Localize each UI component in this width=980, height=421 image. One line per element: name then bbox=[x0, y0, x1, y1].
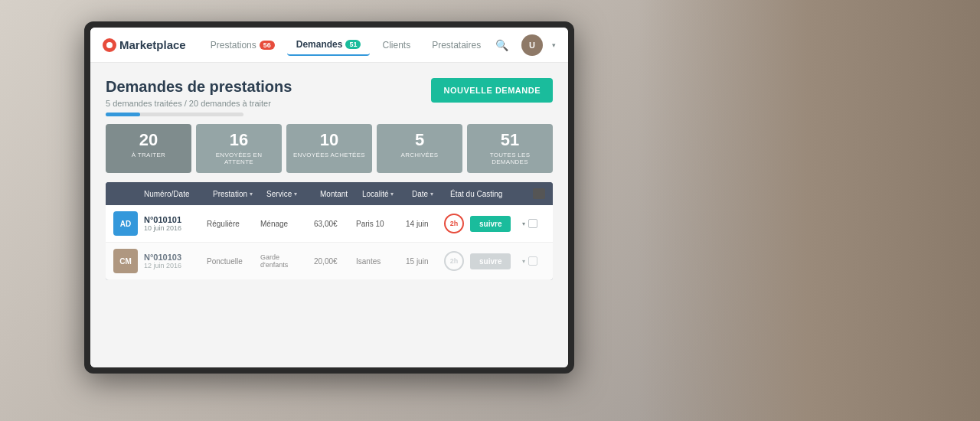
nav-label-prestataires: Prestataires bbox=[432, 40, 481, 51]
row-numero-0: N°010101 bbox=[144, 215, 207, 224]
table-wrap: Numéro/Date Prestation ▾ Service ▾ Monta… bbox=[106, 182, 553, 280]
stat-card-toutes[interactable]: 51 TOUTES LES DEMANDES bbox=[467, 124, 553, 173]
stats-row: 20 À TRAITER 16 ENVOYÉES EN ATTENTE 10 E… bbox=[106, 124, 553, 173]
timer-badge-0: 2h bbox=[444, 214, 464, 233]
suivre-button-1[interactable]: suivre bbox=[470, 253, 511, 269]
row-date-1: 12 juin 2016 bbox=[144, 262, 207, 269]
logo: Marketplace bbox=[103, 38, 186, 52]
row-localite-0: Paris 10 bbox=[356, 220, 406, 228]
th-numero: Numéro/Date bbox=[144, 190, 213, 198]
page-subtitle: 5 demandes traitées / 20 demandes à trai… bbox=[106, 99, 292, 108]
table-row: AD N°010101 10 juin 2016 Régulière Ménag… bbox=[106, 205, 553, 243]
row-dateval-1: 15 juin bbox=[406, 257, 444, 266]
stat-label-achetees: ENVOYÉES ACHETÉES bbox=[292, 152, 366, 158]
logo-text: Marketplace bbox=[119, 38, 186, 51]
page-header-left: Demandes de prestations 5 demandes trait… bbox=[106, 78, 292, 116]
row-etat-0: 2h suivre bbox=[444, 214, 522, 233]
nav-right: 🔍 U ▾ bbox=[491, 34, 556, 56]
suivre-button-0[interactable]: suivre bbox=[470, 216, 511, 232]
table-body: AD N°010101 10 juin 2016 Régulière Ménag… bbox=[106, 205, 553, 280]
timer-badge-1: 2h bbox=[444, 251, 464, 271]
columns-toggle[interactable] bbox=[533, 188, 545, 199]
row-checkbox-0[interactable] bbox=[528, 219, 537, 228]
sort-icon-prestation: ▾ bbox=[250, 191, 253, 197]
stat-number-archivees: 5 bbox=[383, 132, 456, 148]
sort-icon-date: ▾ bbox=[430, 191, 433, 197]
row-actions-1: ▾ bbox=[522, 256, 545, 266]
row-prestation-0: Régulière bbox=[207, 220, 260, 228]
th-montant: Montant bbox=[320, 190, 362, 198]
nav-label-clients: Clients bbox=[382, 40, 410, 51]
stat-label-traiter: À TRAITER bbox=[112, 152, 185, 158]
row-dropdown-1[interactable]: ▾ bbox=[522, 258, 525, 265]
search-icon[interactable]: 🔍 bbox=[491, 34, 512, 56]
progress-bar-fill bbox=[106, 113, 140, 116]
stat-number-traiter: 20 bbox=[112, 132, 185, 148]
row-service-1: Garde d'enfants bbox=[260, 253, 314, 269]
th-service[interactable]: Service ▾ bbox=[266, 190, 320, 198]
stat-number-attente: 16 bbox=[202, 132, 276, 148]
row-numero-1: N°010103 bbox=[144, 253, 207, 262]
scene: Marketplace Prestations 56 Demandes 51 C… bbox=[0, 0, 980, 421]
th-prestation[interactable]: Prestation ▾ bbox=[213, 190, 266, 198]
row-avatar-1: CM bbox=[113, 249, 138, 273]
main-content: Demandes de prestations 5 demandes trait… bbox=[90, 63, 568, 367]
row-dateval-0: 14 juin bbox=[406, 220, 444, 228]
stat-label-attente: ENVOYÉES EN ATTENTE bbox=[202, 152, 276, 165]
th-date[interactable]: Date ▾ bbox=[412, 190, 450, 198]
row-service-0: Ménage bbox=[260, 220, 314, 228]
row-date-0: 10 juin 2016 bbox=[144, 224, 207, 232]
nav-item-prestataires[interactable]: Prestataires bbox=[423, 35, 490, 55]
stat-number-achetees: 10 bbox=[292, 132, 366, 148]
nav-label-prestations: Prestations bbox=[211, 40, 256, 51]
sort-icon-service: ▾ bbox=[294, 191, 297, 197]
row-localite-1: Isantes bbox=[356, 257, 406, 266]
nav-label-demandes: Demandes bbox=[296, 39, 343, 50]
logo-icon bbox=[103, 38, 116, 52]
stat-card-attente[interactable]: 16 ENVOYÉES EN ATTENTE bbox=[196, 124, 282, 173]
monitor-frame: Marketplace Prestations 56 Demandes 51 C… bbox=[84, 21, 574, 374]
stat-card-archivees[interactable]: 5 ARCHIVÉES bbox=[377, 124, 462, 173]
person-background bbox=[551, 0, 980, 421]
row-montant-1: 20,00€ bbox=[314, 257, 356, 266]
th-etat: État du Casting bbox=[450, 190, 533, 198]
row-actions-0: ▾ bbox=[522, 219, 545, 228]
nouvelle-demande-button[interactable]: NOUVELLE DEMANDE bbox=[431, 78, 553, 103]
table-row: CM N°010103 12 juin 2016 Ponctuelle Gard… bbox=[106, 243, 553, 280]
table-header: Numéro/Date Prestation ▾ Service ▾ Monta… bbox=[106, 182, 553, 205]
row-dropdown-0[interactable]: ▾ bbox=[522, 220, 525, 227]
row-num-wrap-0: N°010101 10 juin 2016 bbox=[144, 215, 207, 232]
progress-bar-wrap bbox=[106, 113, 243, 116]
nav-item-prestations[interactable]: Prestations 56 bbox=[201, 35, 284, 55]
top-nav: Marketplace Prestations 56 Demandes 51 C… bbox=[90, 28, 568, 63]
nav-items: Prestations 56 Demandes 51 Clients Prest… bbox=[201, 34, 491, 56]
stat-card-achetees[interactable]: 10 ENVOYÉES ACHETÉES bbox=[286, 124, 372, 173]
th-localite[interactable]: Localité ▾ bbox=[362, 190, 412, 198]
stat-label-toutes: TOUTES LES DEMANDES bbox=[473, 152, 547, 165]
page-header: Demandes de prestations 5 demandes trait… bbox=[106, 78, 553, 116]
stat-card-traiter[interactable]: 20 À TRAITER bbox=[106, 124, 191, 173]
row-etat-1: 2h suivre bbox=[444, 251, 522, 271]
nav-badge-prestations: 56 bbox=[260, 41, 275, 50]
nav-badge-demandes: 51 bbox=[345, 40, 361, 49]
row-prestation-1: Ponctuelle bbox=[207, 257, 260, 266]
avatar-dropdown-icon[interactable]: ▾ bbox=[552, 41, 556, 49]
page-title: Demandes de prestations bbox=[106, 78, 292, 96]
row-num-wrap-1: N°010103 12 juin 2016 bbox=[144, 253, 207, 269]
stat-number-toutes: 51 bbox=[473, 132, 547, 148]
row-checkbox-1[interactable] bbox=[528, 256, 537, 266]
row-montant-0: 63,00€ bbox=[314, 220, 356, 228]
nav-item-clients[interactable]: Clients bbox=[373, 35, 420, 55]
monitor-screen: Marketplace Prestations 56 Demandes 51 C… bbox=[90, 28, 568, 367]
stat-label-archivees: ARCHIVÉES bbox=[383, 152, 456, 158]
sort-icon-localite: ▾ bbox=[390, 191, 394, 197]
row-avatar-0: AD bbox=[113, 211, 138, 236]
nav-item-demandes[interactable]: Demandes 51 bbox=[287, 34, 371, 56]
avatar[interactable]: U bbox=[521, 34, 543, 56]
